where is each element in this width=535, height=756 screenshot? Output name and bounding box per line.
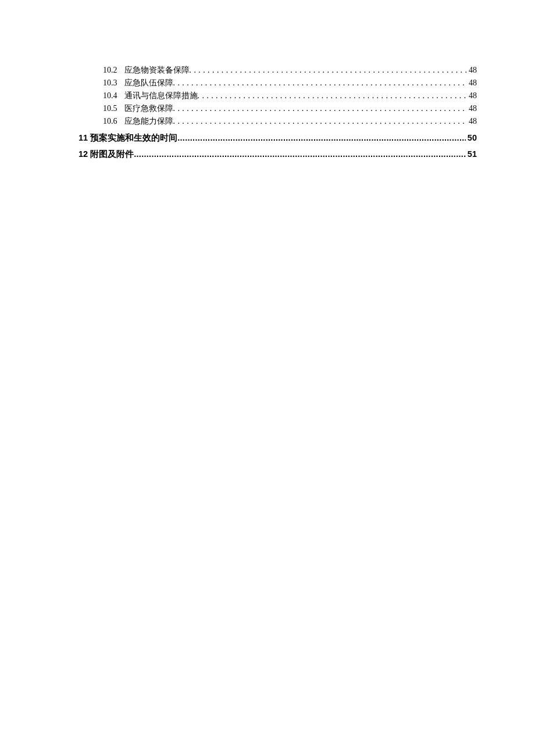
toc-leader: ........................................…	[173, 102, 468, 115]
toc-number: 10.4	[103, 89, 117, 102]
toc-leader: ........................................…	[177, 131, 466, 144]
toc-page: 50	[466, 131, 477, 144]
toc-leader: ........................................…	[173, 115, 468, 128]
toc-entry-10-5: 10.5 医疗急救保障 ............................…	[79, 102, 477, 115]
toc-page: 48	[467, 64, 477, 77]
toc-title: 应急队伍保障	[124, 77, 173, 89]
toc-entry-11: 11 预案实施和生效的时间 ..........................…	[79, 131, 477, 144]
toc-page: 48	[467, 102, 477, 115]
toc-number: 10.5	[103, 102, 117, 115]
toc-number: 10.2	[103, 64, 117, 77]
toc-title: 应急物资装备保障	[124, 64, 190, 77]
toc-leader: ........................................…	[173, 77, 468, 89]
toc-number: 10.3	[103, 77, 117, 89]
toc-number: 11	[79, 131, 88, 144]
toc-entry-12: 12 附图及附件 ...............................…	[79, 148, 477, 160]
toc-title: 预案实施和生效的时间	[90, 131, 177, 144]
toc-number: 12	[79, 148, 88, 160]
toc-title: 医疗急救保障	[124, 102, 173, 115]
toc-entry-10-3: 10.3 应急队伍保障 ............................…	[79, 77, 477, 89]
toc-number: 10.6	[103, 115, 117, 128]
toc-leader: ........................................…	[190, 64, 468, 77]
toc-entry-10-6: 10.6 应急能力保障 ............................…	[79, 115, 477, 128]
toc-entry-10-4: 10.4 通讯与信息保障措施 .........................…	[79, 89, 477, 102]
toc-title: 应急能力保障	[124, 115, 173, 128]
toc-entry-10-2: 10.2 应急物资装备保障 ..........................…	[79, 64, 477, 77]
toc-title: 附图及附件	[90, 148, 134, 160]
toc-page: 51	[466, 148, 477, 160]
toc-section: 10.2 应急物资装备保障 ..........................…	[79, 64, 477, 160]
toc-leader: ........................................…	[134, 148, 466, 160]
toc-page: 48	[467, 89, 477, 102]
toc-page: 48	[467, 77, 477, 89]
toc-leader: ........................................…	[198, 89, 468, 102]
toc-title: 通讯与信息保障措施	[124, 89, 198, 102]
toc-page: 48	[467, 115, 477, 128]
